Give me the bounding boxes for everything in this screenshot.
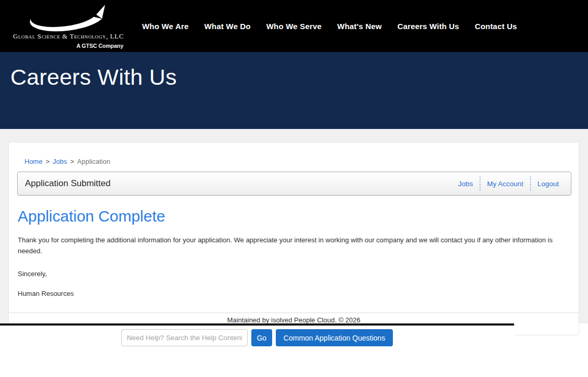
nav-whats-new[interactable]: What's New [337, 22, 382, 31]
closing-text: Sincerely, [18, 270, 47, 278]
nav-contact-us[interactable]: Contact Us [475, 22, 517, 31]
jobs-link[interactable]: Jobs [451, 176, 480, 191]
top-nav-bar: Global Science & Technology, LLC A GTSC … [0, 0, 588, 52]
logout-link[interactable]: Logout [530, 176, 566, 191]
help-bar-row: Go Common Application Questions [0, 326, 514, 346]
company-tagline: A GTSC Company [76, 43, 123, 49]
thank-you-paragraph: Thank you for completing the additional … [18, 235, 573, 256]
nav-what-we-do[interactable]: What We Do [204, 22, 251, 31]
breadcrumb-separator: > [46, 158, 50, 165]
breadcrumb-current-page: Application [77, 158, 110, 165]
help-bar: Go Common Application Questions [0, 323, 514, 377]
content-card: Home>Jobs>Application Application Submit… [8, 142, 579, 335]
nav-who-we-are[interactable]: Who We Are [142, 22, 189, 31]
nav-who-we-serve[interactable]: Who We Serve [266, 22, 322, 31]
signature-text: Human Resources [18, 290, 74, 297]
nav-careers-with-us[interactable]: Careers With Us [398, 22, 459, 31]
help-search-input[interactable] [121, 329, 248, 346]
breadcrumb: Home>Jobs>Application [24, 158, 110, 165]
go-button[interactable]: Go [251, 329, 272, 346]
banner-title: Careers With Us [10, 64, 177, 90]
my-account-link[interactable]: My Account [480, 176, 530, 191]
breadcrumb-home-link[interactable]: Home [24, 158, 43, 165]
application-submitted-panel: Application Submitted Jobs My Account Lo… [17, 172, 571, 196]
account-links: Jobs My Account Logout [451, 176, 571, 191]
company-logo[interactable]: Global Science & Technology, LLC A GTSC … [13, 2, 123, 50]
breadcrumb-separator: > [70, 158, 74, 165]
panel-title: Application Submitted [18, 178, 110, 189]
common-application-questions-button[interactable]: Common Application Questions [276, 329, 393, 346]
page-banner: Careers With Us [0, 52, 588, 129]
company-name: Global Science & Technology, LLC [13, 32, 123, 41]
breadcrumb-jobs-link[interactable]: Jobs [53, 158, 67, 165]
page-heading: Application Complete [18, 207, 165, 225]
main-navigation: Who We Are What We Do Who We Serve What'… [142, 0, 517, 52]
maintained-by-footer: Maintained by isolved People Cloud. © 20… [9, 313, 579, 324]
gst-swoosh-icon [28, 3, 107, 32]
